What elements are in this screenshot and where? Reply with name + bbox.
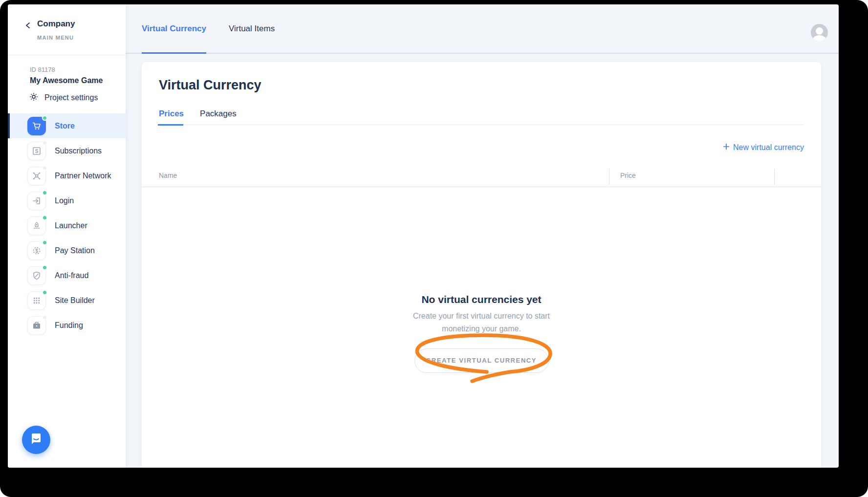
column-divider [774,169,775,185]
tab-label: Virtual Items [229,24,275,34]
tab-virtual-items[interactable]: Virtual Items [229,4,275,53]
sidebar-menu: Store S Subscriptions [8,113,126,338]
main-menu-caption: MAIN MENU [37,35,74,41]
sidebar-item-launcher[interactable]: Launcher [8,213,126,238]
sidebar-item-label: Launcher [55,221,87,230]
sidebar-item-site-builder[interactable]: Site Builder [8,288,126,313]
column-header-price: Price [620,172,636,179]
tab-label: Virtual Currency [142,24,206,34]
login-icon [27,192,46,210]
create-virtual-currency-button[interactable]: CREATE VIRTUAL CURRENCY [414,348,549,373]
sidebar-item-label: Store [55,122,75,130]
sidebar-item-label: Subscriptions [55,147,102,155]
table-header: Name Price [142,166,821,187]
screenshot-frame: Company MAIN MENU ID 81178 My Awesome Ga… [0,0,868,497]
main-area: Virtual Currency Virtual Items Virtual C… [126,4,839,468]
project-settings-button[interactable]: Project settings [29,92,98,103]
funding-icon [27,316,46,335]
sidebar-divider [8,55,126,55]
svg-text:S: S [35,149,39,154]
chevron-left-icon [25,22,30,26]
sidebar-item-anti-fraud[interactable]: Anti-fraud [8,263,126,288]
sidebar-item-label: Site Builder [55,296,95,305]
gear-icon [29,92,38,103]
top-header: Virtual Currency Virtual Items [126,4,839,54]
status-badge [42,140,47,146]
tab-underline [159,125,804,125]
sidebar-item-subscriptions[interactable]: S Subscriptions [8,138,126,163]
sidebar-item-partner-network[interactable]: Partner Network [8,163,126,188]
subscriptions-icon: S [27,142,46,160]
tab-packages[interactable]: Packages [200,109,237,119]
tab-prices[interactable]: Prices [159,109,184,119]
sidebar-item-label: Anti-fraud [55,271,88,280]
project-id: ID 81178 [30,66,55,73]
sidebar-item-pay-station[interactable]: $ Pay Station [8,238,126,263]
new-virtual-currency-label: New virtual currency [733,143,804,152]
cart-icon [27,117,46,135]
project-name: My Awesome Game [30,76,103,85]
column-divider [609,169,609,185]
status-badge [42,165,47,171]
user-avatar-icon[interactable] [811,24,828,41]
sidebar-item-funding[interactable]: Funding [8,313,126,338]
anti-fraud-icon [27,266,46,285]
tab-virtual-currency[interactable]: Virtual Currency [142,4,206,53]
launcher-icon [27,216,46,235]
top-tabs: Virtual Currency Virtual Items [142,4,275,53]
virtual-currency-card: Virtual Currency Prices Packages New vir… [142,62,821,468]
plus-icon [723,143,730,152]
active-tab-indicator [158,124,183,126]
page-title: Virtual Currency [159,78,261,93]
new-virtual-currency-button[interactable]: New virtual currency [723,143,804,152]
status-badge [42,190,47,195]
status-badge [42,315,47,320]
status-badge [42,240,47,245]
project-settings-label: Project settings [44,93,98,102]
svg-text:$: $ [35,248,38,253]
sidebar: Company MAIN MENU ID 81178 My Awesome Ga… [8,4,126,468]
sidebar-item-label: Funding [55,321,83,330]
sidebar-item-label: Login [55,196,74,205]
sidebar-item-store[interactable]: Store [8,113,126,138]
chat-bubble-icon [29,432,43,448]
empty-state-title: No virtual currencies yet [142,294,821,305]
card-tabs: Prices Packages [159,109,237,119]
pay-station-icon: $ [27,241,46,260]
partner-network-icon [27,167,46,185]
sidebar-item-login[interactable]: Login [8,188,126,213]
status-badge [42,115,47,121]
status-badge [42,265,47,270]
site-builder-icon [27,291,46,310]
app-window: Company MAIN MENU ID 81178 My Awesome Ga… [8,4,839,468]
chat-launcher-button[interactable] [22,426,50,454]
sidebar-item-label: Partner Network [55,172,111,180]
company-label: Company [37,19,75,29]
empty-state-subtitle: Create your first virtual currency to st… [142,310,821,335]
empty-state: No virtual currencies yet Create your fi… [142,294,821,373]
status-badge [42,215,47,220]
back-to-company-button[interactable]: Company [25,19,75,29]
sidebar-item-label: Pay Station [55,246,95,255]
status-badge [42,290,47,295]
column-header-name: Name [159,172,177,179]
